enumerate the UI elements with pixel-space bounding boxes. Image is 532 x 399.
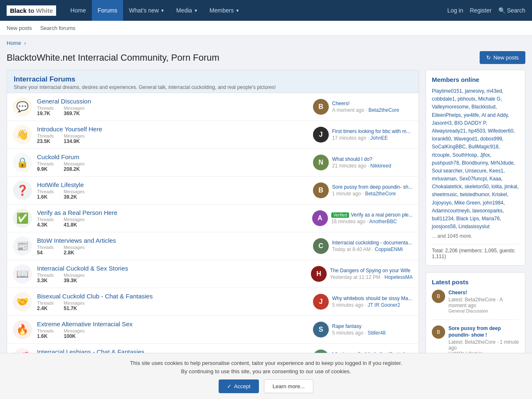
member-link[interactable]: jamesivy (465, 88, 484, 94)
member-link[interactable]: Kriskel (492, 192, 507, 197)
member-link[interactable]: MrNJdude (490, 160, 513, 166)
latest-post-title[interactable]: Rape fantasy (332, 323, 386, 329)
member-link[interactable]: dobos999 (480, 136, 502, 142)
member-link[interactable]: Kees1 (489, 168, 503, 174)
member-link[interactable]: cobbdale1 (432, 96, 455, 102)
latest-post-title[interactable]: The Dangers of Spying on your Wife (330, 268, 413, 273)
member-link[interactable]: JasonH3 (432, 120, 451, 126)
latest-author[interactable]: CoppiaENMi (375, 246, 403, 252)
forum-latest: B Sore pussy from deep poundin- sh... 1 … (313, 182, 413, 198)
member-link[interactable]: lawsonsparks (472, 208, 502, 214)
member-link[interactable]: skeleton50 (465, 184, 489, 190)
subnav-search-forums[interactable]: Search forums (40, 25, 76, 31)
forum-name[interactable]: Cuckold Forum (37, 153, 79, 160)
accept-button[interactable]: ✓ Accept (219, 379, 259, 393)
member-link[interactable]: Blondbunny (462, 160, 488, 166)
member-link[interactable]: Chokalatetick (432, 184, 462, 190)
lp-title[interactable]: Sore pussy from deep poundin- show ! (448, 325, 519, 338)
nav-whats-new[interactable]: What's new▼ (123, 0, 170, 21)
member-link[interactable]: Jjfox (480, 152, 490, 158)
forum-name[interactable]: HotWife Lifestyle (37, 181, 84, 188)
member-link[interactable]: Soul searcher (432, 168, 462, 174)
member-link[interactable]: m43ed (487, 88, 502, 94)
forum-name[interactable]: Bisexual Cuckold Club - Chat & Fantasies (37, 293, 153, 300)
member-link[interactable]: lorank60 (432, 136, 451, 142)
member-link[interactable]: SoCalKingBBC (432, 144, 466, 150)
member-link[interactable]: pbhoutx (458, 96, 475, 102)
latest-post-title[interactable]: VerifiedVerify as a real person ple... (331, 212, 413, 218)
member-link[interactable]: mrluvaman (432, 176, 456, 182)
latest-post-title[interactable]: Interracial cuckolding - documenta... (332, 240, 412, 246)
member-link[interactable]: Michale G (478, 96, 500, 102)
learn-more-button[interactable]: Learn more... (264, 379, 313, 393)
lp-avatar: B (432, 290, 445, 303)
forum-icon: 🔥 (13, 320, 32, 339)
latest-post-title[interactable]: Sore pussy from deep poundin- sh... (332, 184, 412, 190)
member-link[interactable]: Wifedoer60 (488, 128, 513, 134)
lp-title[interactable]: Cheers! (448, 290, 519, 296)
latest-post-title[interactable]: What should I do? (332, 156, 391, 162)
latest-author[interactable]: JT IR Gooner2 (367, 302, 400, 308)
latest-post-title[interactable]: Why whitebois should be sissy Ma... (332, 296, 412, 301)
member-link[interactable]: Mike Green (454, 200, 480, 206)
member-link[interactable]: pushpush78 (432, 160, 459, 166)
latest-author[interactable]: JohnEE (370, 135, 388, 141)
latest-author[interactable]: Stiller48 (367, 330, 385, 336)
member-link[interactable]: bull11234 (432, 216, 453, 222)
nav-home[interactable]: Home (64, 0, 91, 21)
member-link[interactable]: BullMagic918 (468, 144, 498, 150)
member-link[interactable]: john1984 (483, 200, 503, 206)
member-link[interactable]: yw4life (464, 112, 479, 118)
member-link[interactable]: twistedhumor (460, 192, 489, 197)
member-link[interactable]: Maria76 (482, 216, 500, 222)
breadcrumb-home[interactable]: Home (7, 40, 21, 46)
member-link[interactable]: rtcouple (432, 152, 450, 158)
member-link[interactable]: Alwaysready21 (432, 128, 466, 134)
member-link[interactable]: lolita (491, 184, 502, 190)
member-link[interactable]: Valleymoresome (432, 104, 468, 110)
nav-forums[interactable]: Forums (92, 0, 123, 21)
member-link[interactable]: Kaaa (490, 176, 501, 182)
member-link[interactable]: Adamncourtneyb (432, 208, 470, 214)
member-link[interactable]: Sex07funcpl (459, 176, 487, 182)
latest-post-title[interactable]: First timers looking for bbc with m... (332, 128, 411, 134)
search-button[interactable]: 🔍 Search (498, 7, 525, 14)
forum-name[interactable]: Introduce Yourself Here (37, 126, 102, 133)
member-link[interactable]: Black Lips (456, 216, 479, 222)
latest-post-title[interactable]: Cheers! (332, 101, 399, 106)
member-link[interactable]: Playtime0151 (432, 88, 462, 94)
latest-author[interactable]: AnotherBBC (369, 219, 397, 224)
nav-members[interactable]: Members▼ (204, 0, 245, 21)
latest-info: Interracial cuckolding - documenta... To… (332, 240, 412, 252)
member-link[interactable]: hp4503 (468, 128, 485, 134)
member-link[interactable]: sheetmusic (432, 192, 457, 197)
forum-name[interactable]: Interracial Cuckold & Sex Stories (37, 265, 128, 272)
member-link[interactable]: jimkal (505, 184, 517, 190)
login-link[interactable]: Log in (447, 7, 463, 14)
member-link[interactable]: Wavegod1 (454, 136, 478, 142)
member-link[interactable]: Unsecure (465, 168, 486, 174)
forum-name[interactable]: General Discussion (37, 98, 91, 105)
member-link[interactable]: Al and Addy (481, 112, 507, 118)
member-link[interactable]: SouthHosp (452, 152, 477, 158)
subnav-new-posts[interactable]: New posts (7, 25, 32, 31)
latest-author[interactable]: Beta2theCore (365, 191, 396, 197)
latest-author[interactable]: Nikkireed (370, 163, 391, 169)
forum-stats: Threads 54 Messages 2.8K (37, 245, 308, 256)
member-link[interactable]: Lindasissyslut (458, 224, 490, 229)
member-link[interactable]: BIG DADDY P (454, 120, 486, 126)
nav-media[interactable]: Media▼ (170, 0, 204, 21)
forum-icon: ❓ (13, 181, 32, 200)
register-link[interactable]: Register (470, 7, 492, 14)
site-logo[interactable]: Black to White (7, 5, 56, 16)
forum-name[interactable]: Extreme Alternative Interracial Sex (37, 320, 133, 328)
latest-author[interactable]: Beta2theCore (368, 107, 399, 113)
new-posts-button[interactable]: ↻ New posts (480, 51, 525, 64)
forum-name[interactable]: BtoW Interviews and Articles (37, 237, 116, 244)
member-link[interactable]: Jojoyoyo (432, 200, 451, 206)
member-link[interactable]: EileenPhelps (432, 112, 461, 118)
member-link[interactable]: joosjoos58 (432, 224, 456, 229)
forum-name[interactable]: Verify as a Real Person Here (37, 209, 117, 216)
latest-author[interactable]: HopelessMA (384, 274, 413, 280)
member-link[interactable]: Blackkstud (471, 104, 495, 110)
